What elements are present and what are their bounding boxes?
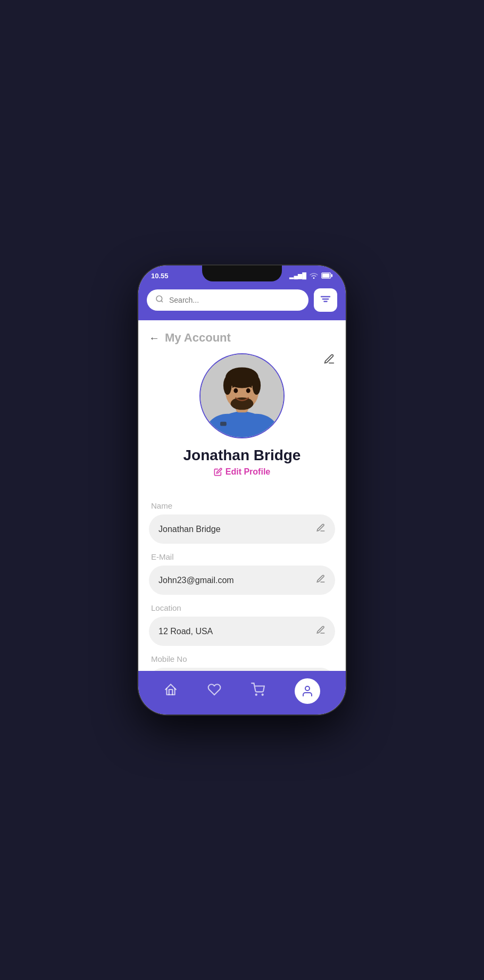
nav-item-favorites[interactable] bbox=[207, 683, 221, 700]
field-row-email: John23@gmail.com bbox=[149, 566, 335, 595]
svg-rect-2 bbox=[331, 274, 333, 277]
search-input[interactable] bbox=[169, 296, 300, 304]
svg-point-3 bbox=[156, 296, 162, 302]
svg-rect-17 bbox=[220, 422, 227, 426]
svg-point-20 bbox=[305, 686, 310, 691]
field-value-email: John23@gmail.com bbox=[158, 576, 234, 585]
nav-item-home[interactable] bbox=[164, 683, 178, 700]
search-bar[interactable] bbox=[147, 289, 308, 311]
svg-rect-1 bbox=[322, 273, 330, 278]
profile-section: Jonathan Bridge Edit Profile bbox=[149, 353, 335, 487]
svg-point-18 bbox=[256, 694, 257, 695]
field-label-name: Name bbox=[151, 501, 335, 510]
content-area: ← My Account bbox=[138, 320, 346, 671]
svg-point-13 bbox=[253, 376, 261, 395]
phone-frame: 10.55 ▂▄▆█ bbox=[138, 265, 346, 715]
field-label-mobile: Mobile No bbox=[151, 654, 335, 663]
signal-icon: ▂▄▆█ bbox=[289, 272, 306, 279]
cart-icon bbox=[251, 683, 265, 700]
back-navigation: ← My Account bbox=[149, 320, 335, 353]
notch bbox=[202, 265, 282, 281]
edit-profile-button[interactable]: Edit Profile bbox=[214, 467, 270, 477]
profile-icon-circle bbox=[295, 678, 320, 704]
edit-profile-label: Edit Profile bbox=[226, 467, 270, 477]
bottom-navigation bbox=[138, 671, 346, 715]
field-edit-icon-location[interactable] bbox=[316, 625, 326, 637]
back-arrow-icon[interactable]: ← bbox=[149, 332, 160, 344]
user-name: Jonathan Bridge bbox=[183, 447, 301, 464]
field-value-location: 12 Road, USA bbox=[158, 627, 213, 636]
home-icon bbox=[164, 683, 178, 700]
battery-icon bbox=[321, 272, 333, 280]
search-icon bbox=[155, 295, 164, 305]
svg-point-15 bbox=[233, 388, 238, 393]
field-row-location: 12 Road, USA bbox=[149, 617, 335, 646]
page-title: My Account bbox=[165, 331, 231, 345]
svg-point-19 bbox=[262, 694, 263, 695]
svg-point-16 bbox=[246, 388, 251, 393]
phone-screen: 10.55 ▂▄▆█ bbox=[138, 265, 346, 715]
svg-point-14 bbox=[231, 397, 254, 410]
edit-avatar-icon[interactable] bbox=[323, 353, 335, 368]
field-label-email: E-Mail bbox=[151, 552, 335, 561]
field-row-name: Jonathan Bridge bbox=[149, 514, 335, 544]
field-label-location: Location bbox=[151, 603, 335, 612]
status-time: 10.55 bbox=[151, 272, 169, 280]
heart-icon bbox=[207, 683, 221, 700]
avatar bbox=[199, 353, 285, 438]
status-icons: ▂▄▆█ bbox=[289, 272, 333, 280]
nav-item-profile[interactable] bbox=[295, 678, 320, 704]
header bbox=[138, 284, 346, 320]
field-value-name: Jonathan Bridge bbox=[158, 525, 221, 534]
wifi-icon bbox=[310, 272, 318, 280]
svg-point-12 bbox=[223, 376, 232, 395]
field-edit-icon-email[interactable] bbox=[316, 574, 326, 586]
nav-item-cart[interactable] bbox=[251, 683, 265, 700]
form-section: Name Jonathan Bridge E-Mail John23@gmail… bbox=[149, 487, 335, 671]
field-edit-icon-name[interactable] bbox=[316, 523, 326, 535]
filter-icon bbox=[320, 294, 331, 306]
filter-button[interactable] bbox=[314, 288, 337, 312]
